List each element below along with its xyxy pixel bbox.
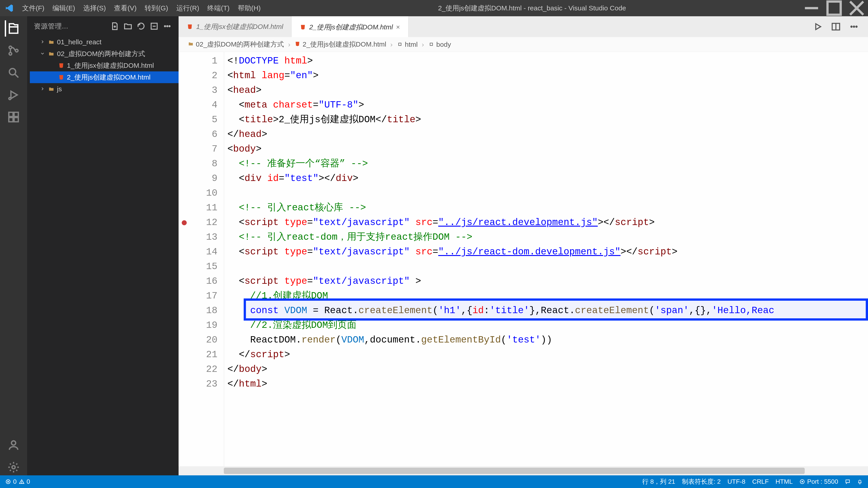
line-number: 14 [179,245,217,259]
code-line[interactable] [224,186,868,201]
code-line[interactable]: <title>2_使用js创建虚拟DOM</title> [224,112,868,127]
menu-run[interactable]: 运行(R) [173,2,203,14]
code-line[interactable]: <script type="text/javascript" > [224,274,868,289]
breadcrumbs[interactable]: 02_虚拟DOM的两种创建方式› 2_使用js创建虚拟DOM.html› htm… [179,37,868,52]
folder-icon [48,86,55,92]
code-line[interactable]: <!-- 准备好一个“容器” --> [224,157,868,171]
status-port[interactable]: Port : 5500 [800,478,838,485]
code-line[interactable]: <script type="text/javascript" src="../j… [224,245,868,259]
code-line[interactable]: //2.渲染虚拟DOM到页面 [224,318,868,333]
status-bell-icon[interactable] [857,479,863,484]
code-line[interactable]: <div id="test"></div> [224,171,868,186]
refresh-icon[interactable] [136,22,146,31]
line-number: 10 [179,186,217,201]
breadcrumb-item[interactable]: 2_使用js创建虚拟DOM.html [294,40,386,49]
minimize-button[interactable] [800,0,823,16]
svg-point-23 [169,26,170,27]
code-line[interactable]: ReactDOM.render(VDOM,document.getElement… [224,333,868,348]
status-cursor[interactable]: 行 8，列 21 [642,477,675,486]
html-file-icon [300,24,306,30]
run-icon[interactable] [813,22,823,32]
code-line[interactable]: <script type="text/javascript" src="../j… [224,215,868,230]
svg-rect-14 [14,118,18,122]
code-line[interactable]: const VDOM = React.createElement('h1',{i… [224,303,868,318]
split-editor-icon[interactable] [831,22,841,32]
extensions-icon[interactable] [5,109,22,125]
workbench-body: 资源管理... 01_hello_react02_虚拟DOM的两种创建方式1_使… [0,16,868,475]
menu-select[interactable]: 选择(S) [80,2,109,14]
line-number: 16 [179,274,217,289]
horizontal-scrollbar[interactable] [179,466,868,475]
breadcrumb-icon [188,41,194,47]
line-number: 13 [179,230,217,245]
code-line[interactable]: </html> [224,377,868,392]
svg-point-5 [9,53,12,55]
status-errors[interactable]: 0 0 [5,478,30,485]
more-actions-icon[interactable] [849,22,859,32]
line-number: 8 [179,157,217,171]
breadcrumb-item[interactable]: body [428,41,451,48]
breakpoint-icon[interactable] [182,220,187,225]
close-button[interactable] [845,0,868,16]
code-line[interactable]: <body> [224,142,868,157]
status-eol[interactable]: CRLF [752,478,769,485]
maximize-button[interactable] [823,0,845,16]
code-line[interactable]: <!-- 引入react核心库 --> [224,201,868,215]
menu-help[interactable]: 帮助(H) [235,2,264,14]
menu-view[interactable]: 查看(V) [111,2,140,14]
svg-point-27 [851,26,852,27]
editor-tab[interactable]: 1_使用jsx创建虚拟DOM.html [179,16,291,37]
breadcrumb-item[interactable]: 02_虚拟DOM的两种创建方式 [188,40,284,49]
code-line[interactable]: <!-- 引入react-dom，用于支持react操作DOM --> [224,230,868,245]
breadcrumb-item[interactable]: html [397,41,418,48]
code-line[interactable]: <meta charset="UTF-8"> [224,98,868,112]
code-line[interactable]: </head> [224,127,868,142]
code-line[interactable]: //1.创建虚拟DOM [224,289,868,303]
tree-file[interactable]: 2_使用js创建虚拟DOM.html [30,71,179,83]
status-error-count: 0 [13,478,17,485]
code-line[interactable]: </body> [224,362,868,377]
code-line[interactable]: <head> [224,83,868,98]
code-content[interactable]: <!DOCTYPE html><html lang="en"><head> <m… [224,52,868,466]
search-icon[interactable] [5,65,22,81]
more-icon[interactable] [163,22,172,31]
status-language[interactable]: HTML [776,478,793,485]
new-folder-icon[interactable] [123,22,132,31]
tree-folder[interactable]: js [30,83,179,95]
file-tree: 01_hello_react02_虚拟DOM的两种创建方式1_使用jsx创建虚拟… [27,36,179,95]
run-debug-icon[interactable] [5,87,22,103]
code-editor[interactable]: 1234567891011121314151617181920212223 <!… [179,52,868,466]
collapse-icon[interactable] [150,22,159,31]
line-number: 4 [179,98,217,112]
chevron-icon [39,50,46,58]
status-encoding[interactable]: UTF-8 [727,478,745,485]
code-line[interactable]: <!DOCTYPE html> [224,54,868,68]
html-file-icon [187,24,193,30]
window-title: 2_使用js创建虚拟DOM.html - react_basic - Visua… [264,4,800,13]
tree-folder[interactable]: 02_虚拟DOM的两种创建方式 [30,48,179,60]
tree-folder[interactable]: 01_hello_react [30,36,179,48]
svg-point-16 [12,466,15,469]
explorer-icon[interactable] [5,20,21,37]
settings-gear-icon[interactable] [5,459,22,475]
menu-terminal[interactable]: 终端(T) [204,2,232,14]
svg-rect-11 [9,112,13,117]
line-number: 3 [179,83,217,98]
menu-edit[interactable]: 编辑(E) [49,2,78,14]
close-tab-icon[interactable]: × [396,23,400,31]
html-file-icon [58,74,65,80]
menu-goto[interactable]: 转到(G) [142,2,171,14]
menu-file[interactable]: 文件(F) [19,2,48,14]
tab-bar: 1_使用jsx创建虚拟DOM.html2_使用js创建虚拟DOM.html× [179,16,868,37]
status-feedback-icon[interactable] [845,479,850,484]
new-file-icon[interactable] [110,22,119,31]
scrollbar-thumb[interactable] [224,468,805,474]
editor-tab[interactable]: 2_使用js创建虚拟DOM.html× [291,16,408,37]
tree-file[interactable]: 1_使用jsx创建虚拟DOM.html [30,60,179,71]
code-line[interactable]: </script> [224,348,868,362]
code-line[interactable]: <html lang="en"> [224,68,868,83]
source-control-icon[interactable] [5,42,22,59]
account-icon[interactable] [5,437,22,453]
status-tabsize[interactable]: 制表符长度: 2 [682,477,721,486]
code-line[interactable] [224,259,868,274]
